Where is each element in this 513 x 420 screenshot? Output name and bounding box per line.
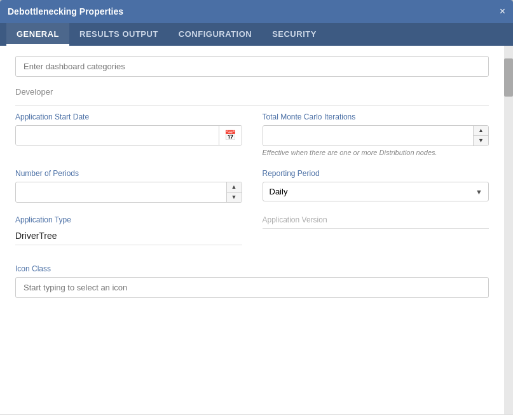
title-bar: Debottlenecking Properties ×: [0, 0, 513, 23]
tab-general[interactable]: GENERAL: [6, 23, 69, 46]
monte-carlo-input[interactable]: 100.00: [263, 126, 474, 145]
calendar-icon: 📅: [224, 130, 236, 140]
reporting-period-label: Reporting Period: [263, 169, 489, 178]
periods-up-button[interactable]: ▲: [227, 182, 242, 193]
icon-class-group: Icon Class: [15, 264, 489, 298]
row-dates-monte-carlo: Application Start Date 30/04/2020 📅 Tota…: [15, 112, 489, 156]
application-type-group: Application Type DriverTree: [15, 215, 242, 252]
monte-carlo-hint: Effective when there are one or more Dis…: [263, 149, 489, 156]
footer: OK Cancel: [0, 414, 513, 420]
app-type-divider: [15, 245, 242, 245]
icon-class-label: Icon Class: [15, 264, 489, 273]
developer-section: Developer: [15, 87, 489, 106]
reporting-period-select-wrapper: Daily Weekly Monthly Quarterly Yearly ▼: [263, 182, 489, 201]
number-of-periods-wrapper: 14 ▲ ▼: [15, 182, 242, 203]
close-button[interactable]: ×: [500, 6, 505, 17]
application-version-group: Application Version: [263, 215, 489, 252]
dialog: Debottlenecking Properties × GENERAL RES…: [0, 0, 513, 420]
periods-down-button[interactable]: ▼: [227, 193, 242, 202]
number-of-periods-spinner: ▲ ▼: [226, 182, 242, 202]
reporting-period-select[interactable]: Daily Weekly Monthly Quarterly Yearly: [263, 182, 489, 201]
app-version-divider: [263, 228, 489, 229]
content-area: Developer Application Start Date 30/04/2…: [0, 46, 513, 414]
main-content: Developer Application Start Date 30/04/2…: [0, 46, 504, 414]
monte-carlo-label: Total Monte Carlo Iterations: [263, 112, 489, 121]
developer-divider: [15, 105, 489, 106]
number-of-periods-label: Number of Periods: [15, 169, 242, 178]
application-start-date-input[interactable]: 30/04/2020: [16, 126, 219, 145]
row-app-type-version: Application Type DriverTree Application …: [15, 215, 489, 252]
reporting-period-group: Reporting Period Daily Weekly Monthly Qu…: [263, 169, 489, 203]
dashboard-categories-input[interactable]: [15, 56, 489, 77]
application-type-value: DriverTree: [15, 228, 242, 243]
scrollbar-thumb[interactable]: [504, 58, 513, 97]
dialog-title: Debottlenecking Properties: [8, 6, 123, 17]
monte-carlo-down-button[interactable]: ▼: [474, 136, 488, 146]
tab-configuration[interactable]: CONFIGURATION: [168, 23, 262, 46]
monte-carlo-spinner: ▲ ▼: [473, 126, 488, 146]
tab-security[interactable]: SECURITY: [262, 23, 327, 46]
monte-carlo-up-button[interactable]: ▲: [474, 126, 488, 136]
scrollbar-track[interactable]: [504, 46, 513, 414]
application-start-date-wrapper: 30/04/2020 📅: [15, 125, 242, 146]
calendar-button[interactable]: 📅: [219, 126, 242, 145]
monte-carlo-input-wrapper: 100.00 ▲ ▼: [263, 125, 489, 146]
number-of-periods-input[interactable]: 14: [16, 183, 226, 201]
application-type-label: Application Type: [15, 215, 242, 224]
tab-results-output[interactable]: RESULTS OUTPUT: [69, 23, 168, 46]
monte-carlo-group: Total Monte Carlo Iterations 100.00 ▲ ▼ …: [263, 112, 489, 156]
application-version-label: Application Version: [263, 215, 489, 224]
application-start-date-group: Application Start Date 30/04/2020 📅: [15, 112, 242, 156]
tab-bar: GENERAL RESULTS OUTPUT CONFIGURATION SEC…: [0, 23, 513, 46]
row-periods-reporting: Number of Periods 14 ▲ ▼ Reporting Perio…: [15, 169, 489, 203]
number-of-periods-group: Number of Periods 14 ▲ ▼: [15, 169, 242, 203]
developer-label: Developer: [15, 87, 489, 97]
application-start-date-label: Application Start Date: [15, 112, 242, 121]
icon-class-input[interactable]: [15, 277, 489, 298]
